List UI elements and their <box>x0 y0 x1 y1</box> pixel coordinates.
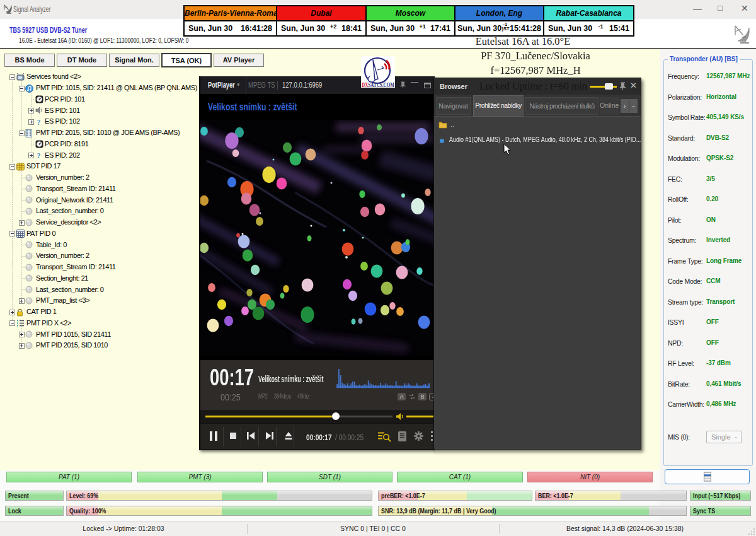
svg-text:?: ? <box>37 118 41 126</box>
svg-text:DXSATCS.COM: DXSATCS.COM <box>362 81 394 88</box>
svg-text:?: ? <box>37 151 41 160</box>
